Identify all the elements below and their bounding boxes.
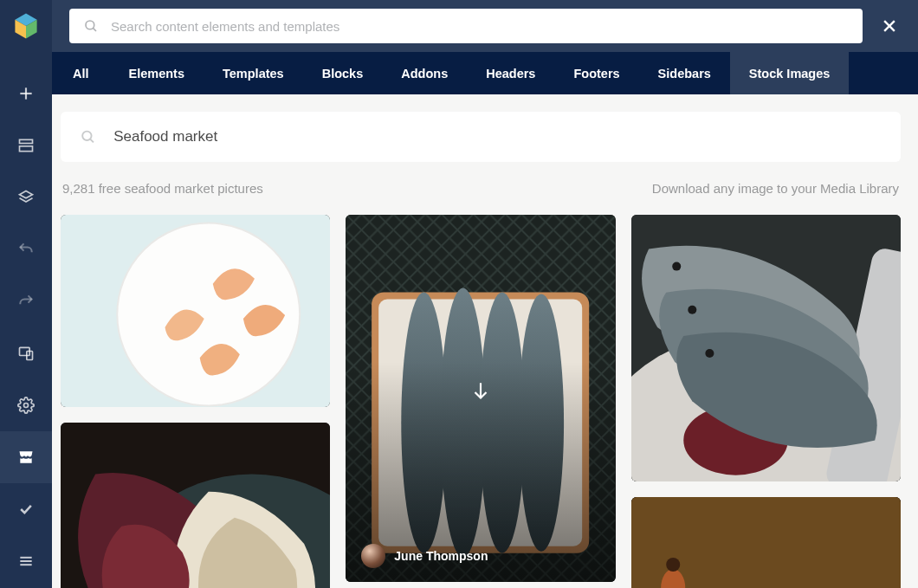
tab-elements[interactable]: Elements: [110, 52, 204, 94]
author-name: June Thompson: [394, 549, 488, 563]
content-area: 9,281 free seafood market pictures Downl…: [52, 94, 918, 588]
svg-point-39: [688, 306, 696, 314]
download-button[interactable]: [463, 374, 498, 409]
tab-templates[interactable]: Templates: [204, 52, 303, 94]
svg-point-14: [86, 21, 94, 29]
svg-point-38: [672, 262, 681, 271]
svg-rect-5: [20, 139, 33, 143]
close-icon: [881, 17, 898, 35]
image-card[interactable]: [631, 497, 901, 588]
search-icon: [80, 128, 96, 145]
svg-point-40: [705, 349, 714, 358]
tab-addons[interactable]: Addons: [382, 52, 467, 94]
left-sidebar: [0, 0, 52, 588]
svg-line-19: [90, 139, 94, 143]
sidebar-add[interactable]: [0, 68, 52, 120]
main-panel: All Elements Templates Blocks Addons Hea…: [52, 0, 918, 588]
close-button[interactable]: [878, 15, 901, 37]
tab-blocks[interactable]: Blocks: [303, 52, 383, 94]
tab-all[interactable]: All: [52, 52, 110, 94]
image-card[interactable]: [631, 215, 901, 481]
svg-line-15: [93, 28, 96, 31]
sidebar-check[interactable]: [0, 483, 52, 535]
avatar: [361, 544, 385, 568]
sidebar-redo[interactable]: [0, 275, 52, 327]
svg-point-63: [666, 558, 680, 572]
sidebar-menu[interactable]: [0, 535, 52, 587]
results-meta: 9,281 free seafood market pictures Downl…: [61, 181, 901, 196]
top-bar: [52, 0, 918, 52]
global-search[interactable]: [69, 9, 863, 43]
results-hint: Download any image to your Media Library: [652, 181, 899, 196]
results-count: 9,281 free seafood market pictures: [62, 181, 263, 196]
category-tabs: All Elements Templates Blocks Addons Hea…: [52, 52, 918, 94]
download-icon: [469, 380, 492, 403]
tab-headers[interactable]: Headers: [467, 52, 554, 94]
image-author[interactable]: June Thompson: [361, 544, 488, 568]
svg-marker-7: [20, 191, 33, 198]
search-icon: [83, 18, 99, 34]
sidebar-settings[interactable]: [0, 379, 52, 431]
svg-rect-6: [20, 146, 33, 152]
svg-point-18: [82, 132, 91, 140]
stock-search-input[interactable]: [113, 128, 882, 145]
svg-point-10: [24, 404, 29, 408]
sidebar-layers[interactable]: [0, 171, 52, 223]
app-logo: [10, 10, 42, 42]
sidebar-undo[interactable]: [0, 223, 52, 275]
global-search-input[interactable]: [111, 19, 849, 34]
stock-search[interactable]: [61, 112, 901, 162]
image-card[interactable]: [61, 423, 330, 588]
image-card-hovered[interactable]: June Thompson: [346, 215, 615, 582]
tab-sidebars[interactable]: Sidebars: [639, 52, 730, 94]
sidebar-store[interactable]: [0, 431, 52, 483]
image-gallery: June Thompson: [61, 215, 901, 588]
sidebar-devices[interactable]: [0, 327, 52, 379]
tab-footers[interactable]: Footers: [554, 52, 638, 94]
sidebar-layout[interactable]: [0, 120, 52, 171]
tab-stock-images[interactable]: Stock Images: [730, 52, 850, 94]
image-card[interactable]: [61, 215, 330, 407]
